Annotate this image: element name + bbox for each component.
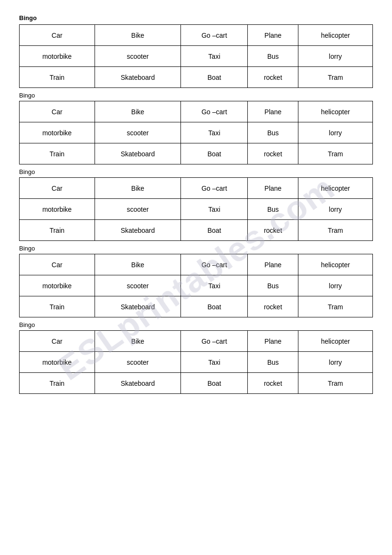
table-row: TrainSkateboardBoatrocketTram — [20, 67, 373, 88]
table-cell: scooter — [95, 46, 180, 67]
table-cell: Skateboard — [95, 220, 180, 241]
table-cell: motorbike — [20, 46, 95, 67]
table-cell: Bike — [95, 254, 180, 275]
table-cell: Train — [20, 143, 95, 164]
table-cell: Tram — [298, 373, 372, 394]
table-cell: helicopter — [298, 178, 372, 199]
table-cell: Tram — [298, 67, 372, 88]
table-cell: rocket — [248, 373, 298, 394]
table-cell: helicopter — [298, 25, 372, 46]
table-row: CarBikeGo –cartPlanehelicopter — [20, 331, 373, 352]
table-cell: Car — [20, 254, 95, 275]
table-cell: Bike — [95, 178, 180, 199]
table-cell: Train — [20, 67, 95, 88]
table-cell: Skateboard — [95, 143, 180, 164]
table-cell: Boat — [181, 373, 248, 394]
table-row: TrainSkateboardBoatrocketTram — [20, 143, 373, 164]
table-cell: helicopter — [298, 254, 372, 275]
table-cell: Skateboard — [95, 373, 180, 394]
table-cell: scooter — [95, 122, 180, 143]
table-row: motorbikescooterTaxiBuslorry — [20, 199, 373, 220]
table-row: TrainSkateboardBoatrocketTram — [20, 296, 373, 317]
table-row: CarBikeGo –cartPlanehelicopter — [20, 25, 373, 46]
table-cell: scooter — [95, 352, 180, 373]
table-cell: Boat — [181, 143, 248, 164]
table-cell: Train — [20, 220, 95, 241]
bingo-card-1: BingoCarBikeGo –cartPlanehelicoptermotor… — [19, 92, 373, 164]
table-row: TrainSkateboardBoatrocketTram — [20, 220, 373, 241]
table-row: CarBikeGo –cartPlanehelicopter — [20, 178, 373, 199]
table-cell: Bus — [248, 46, 298, 67]
table-cell: rocket — [248, 220, 298, 241]
table-cell: motorbike — [20, 122, 95, 143]
bingo-table-1: CarBikeGo –cartPlanehelicoptermotorbikes… — [19, 101, 373, 164]
table-cell: Bus — [248, 122, 298, 143]
table-cell: Car — [20, 331, 95, 352]
bingo-card-0: CarBikeGo –cartPlanehelicoptermotorbikes… — [19, 24, 373, 88]
table-row: motorbikescooterTaxiBuslorry — [20, 352, 373, 373]
table-cell: Train — [20, 373, 95, 394]
table-cell: Boat — [181, 67, 248, 88]
bingo-table-2: CarBikeGo –cartPlanehelicoptermotorbikes… — [19, 177, 373, 241]
table-cell: Taxi — [181, 46, 248, 67]
table-cell: Taxi — [181, 122, 248, 143]
table-cell: lorry — [298, 275, 372, 296]
table-cell: lorry — [298, 122, 372, 143]
table-cell: Plane — [248, 101, 298, 122]
table-cell: Plane — [248, 254, 298, 275]
bingo-label-3: Bingo — [19, 245, 373, 252]
table-cell: scooter — [95, 199, 180, 220]
table-cell: Plane — [248, 331, 298, 352]
table-row: CarBikeGo –cartPlanehelicopter — [20, 254, 373, 275]
table-row: motorbikescooterTaxiBuslorry — [20, 122, 373, 143]
table-cell: scooter — [95, 275, 180, 296]
table-cell: Bus — [248, 352, 298, 373]
table-cell: Tram — [298, 296, 372, 317]
table-cell: rocket — [248, 296, 298, 317]
table-cell: Taxi — [181, 275, 248, 296]
table-cell: lorry — [298, 46, 372, 67]
table-cell: Bike — [95, 25, 180, 46]
bingo-card-2: BingoCarBikeGo –cartPlanehelicoptermotor… — [19, 168, 373, 241]
table-row: motorbikescooterTaxiBuslorry — [20, 275, 373, 296]
table-cell: Skateboard — [95, 296, 180, 317]
table-cell: Train — [20, 296, 95, 317]
table-cell: Go –cart — [181, 254, 248, 275]
table-cell: Car — [20, 178, 95, 199]
table-cell: Tram — [298, 143, 372, 164]
bingo-card-3: BingoCarBikeGo –cartPlanehelicoptermotor… — [19, 245, 373, 317]
page-title: Bingo — [19, 14, 373, 22]
table-cell: Go –cart — [181, 25, 248, 46]
table-row: TrainSkateboardBoatrocketTram — [20, 373, 373, 394]
bingo-table-3: CarBikeGo –cartPlanehelicoptermotorbikes… — [19, 254, 373, 317]
bingo-card-4: BingoCarBikeGo –cartPlanehelicoptermotor… — [19, 321, 373, 394]
table-cell: Bike — [95, 331, 180, 352]
table-cell: Taxi — [181, 199, 248, 220]
table-cell: Boat — [181, 296, 248, 317]
table-cell: Bike — [95, 101, 180, 122]
bingo-label-4: Bingo — [19, 321, 373, 328]
table-cell: Bus — [248, 199, 298, 220]
table-cell: lorry — [298, 199, 372, 220]
table-cell: rocket — [248, 67, 298, 88]
table-cell: Skateboard — [95, 67, 180, 88]
table-row: CarBikeGo –cartPlanehelicopter — [20, 101, 373, 122]
table-cell: Go –cart — [181, 331, 248, 352]
table-cell: Go –cart — [181, 178, 248, 199]
table-cell: Bus — [248, 275, 298, 296]
table-cell: Go –cart — [181, 101, 248, 122]
table-cell: Boat — [181, 220, 248, 241]
table-cell: Plane — [248, 178, 298, 199]
table-cell: motorbike — [20, 352, 95, 373]
table-cell: helicopter — [298, 331, 372, 352]
table-row: motorbikescooterTaxiBuslorry — [20, 46, 373, 67]
table-cell: Car — [20, 101, 95, 122]
bingo-table-4: CarBikeGo –cartPlanehelicoptermotorbikes… — [19, 330, 373, 394]
table-cell: Plane — [248, 25, 298, 46]
bingo-label-2: Bingo — [19, 168, 373, 175]
table-cell: Taxi — [181, 352, 248, 373]
table-cell: Tram — [298, 220, 372, 241]
table-cell: motorbike — [20, 199, 95, 220]
table-cell: helicopter — [298, 101, 372, 122]
table-cell: rocket — [248, 143, 298, 164]
